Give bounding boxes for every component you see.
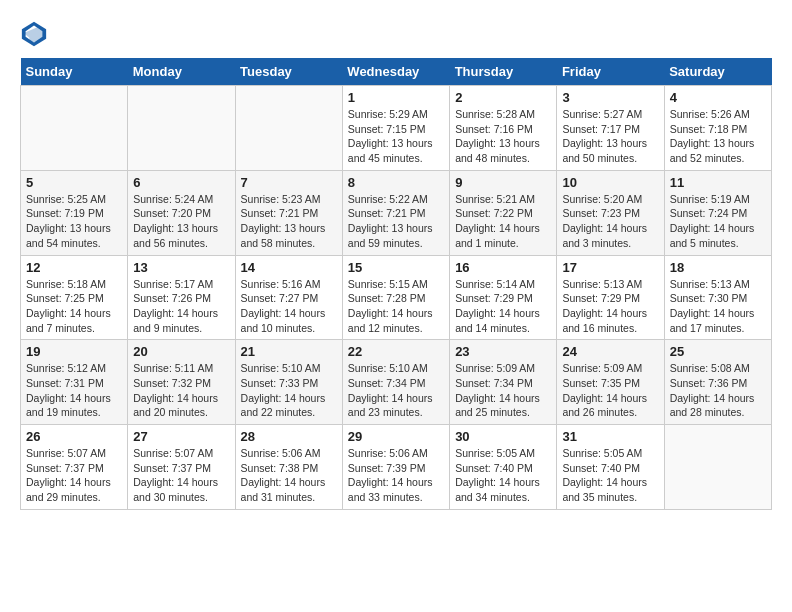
day-number: 8	[348, 175, 444, 190]
day-number: 16	[455, 260, 551, 275]
calendar-week-4: 19Sunrise: 5:12 AMSunset: 7:31 PMDayligh…	[21, 340, 772, 425]
calendar-cell: 20Sunrise: 5:11 AMSunset: 7:32 PMDayligh…	[128, 340, 235, 425]
calendar-cell: 28Sunrise: 5:06 AMSunset: 7:38 PMDayligh…	[235, 425, 342, 510]
calendar-cell: 18Sunrise: 5:13 AMSunset: 7:30 PMDayligh…	[664, 255, 771, 340]
calendar-cell: 24Sunrise: 5:09 AMSunset: 7:35 PMDayligh…	[557, 340, 664, 425]
day-info: Sunrise: 5:06 AMSunset: 7:38 PMDaylight:…	[241, 446, 337, 505]
day-number: 23	[455, 344, 551, 359]
page-header	[20, 20, 772, 48]
day-info: Sunrise: 5:13 AMSunset: 7:29 PMDaylight:…	[562, 277, 658, 336]
day-info: Sunrise: 5:25 AMSunset: 7:19 PMDaylight:…	[26, 192, 122, 251]
day-number: 7	[241, 175, 337, 190]
day-number: 24	[562, 344, 658, 359]
day-info: Sunrise: 5:21 AMSunset: 7:22 PMDaylight:…	[455, 192, 551, 251]
day-number: 17	[562, 260, 658, 275]
calendar-cell: 21Sunrise: 5:10 AMSunset: 7:33 PMDayligh…	[235, 340, 342, 425]
calendar-cell: 15Sunrise: 5:15 AMSunset: 7:28 PMDayligh…	[342, 255, 449, 340]
calendar-cell	[128, 86, 235, 171]
day-number: 20	[133, 344, 229, 359]
day-info: Sunrise: 5:16 AMSunset: 7:27 PMDaylight:…	[241, 277, 337, 336]
day-number: 31	[562, 429, 658, 444]
logo	[20, 20, 52, 48]
calendar-cell: 26Sunrise: 5:07 AMSunset: 7:37 PMDayligh…	[21, 425, 128, 510]
day-info: Sunrise: 5:06 AMSunset: 7:39 PMDaylight:…	[348, 446, 444, 505]
day-number: 3	[562, 90, 658, 105]
day-number: 27	[133, 429, 229, 444]
calendar-cell: 3Sunrise: 5:27 AMSunset: 7:17 PMDaylight…	[557, 86, 664, 171]
day-info: Sunrise: 5:07 AMSunset: 7:37 PMDaylight:…	[133, 446, 229, 505]
calendar-cell: 1Sunrise: 5:29 AMSunset: 7:15 PMDaylight…	[342, 86, 449, 171]
calendar-cell: 11Sunrise: 5:19 AMSunset: 7:24 PMDayligh…	[664, 170, 771, 255]
day-number: 10	[562, 175, 658, 190]
day-info: Sunrise: 5:17 AMSunset: 7:26 PMDaylight:…	[133, 277, 229, 336]
calendar-cell: 4Sunrise: 5:26 AMSunset: 7:18 PMDaylight…	[664, 86, 771, 171]
day-number: 5	[26, 175, 122, 190]
day-info: Sunrise: 5:05 AMSunset: 7:40 PMDaylight:…	[455, 446, 551, 505]
day-number: 4	[670, 90, 766, 105]
calendar-cell: 7Sunrise: 5:23 AMSunset: 7:21 PMDaylight…	[235, 170, 342, 255]
header-day-thursday: Thursday	[450, 58, 557, 86]
day-number: 25	[670, 344, 766, 359]
calendar-cell	[21, 86, 128, 171]
calendar-cell: 6Sunrise: 5:24 AMSunset: 7:20 PMDaylight…	[128, 170, 235, 255]
day-number: 26	[26, 429, 122, 444]
day-number: 28	[241, 429, 337, 444]
day-number: 30	[455, 429, 551, 444]
calendar-cell: 14Sunrise: 5:16 AMSunset: 7:27 PMDayligh…	[235, 255, 342, 340]
day-info: Sunrise: 5:10 AMSunset: 7:33 PMDaylight:…	[241, 361, 337, 420]
calendar-week-2: 5Sunrise: 5:25 AMSunset: 7:19 PMDaylight…	[21, 170, 772, 255]
calendar-cell: 31Sunrise: 5:05 AMSunset: 7:40 PMDayligh…	[557, 425, 664, 510]
day-info: Sunrise: 5:18 AMSunset: 7:25 PMDaylight:…	[26, 277, 122, 336]
day-info: Sunrise: 5:07 AMSunset: 7:37 PMDaylight:…	[26, 446, 122, 505]
calendar-cell: 29Sunrise: 5:06 AMSunset: 7:39 PMDayligh…	[342, 425, 449, 510]
calendar-cell: 8Sunrise: 5:22 AMSunset: 7:21 PMDaylight…	[342, 170, 449, 255]
day-number: 22	[348, 344, 444, 359]
header-day-monday: Monday	[128, 58, 235, 86]
day-info: Sunrise: 5:14 AMSunset: 7:29 PMDaylight:…	[455, 277, 551, 336]
day-info: Sunrise: 5:09 AMSunset: 7:35 PMDaylight:…	[562, 361, 658, 420]
day-number: 1	[348, 90, 444, 105]
day-number: 21	[241, 344, 337, 359]
day-number: 11	[670, 175, 766, 190]
day-info: Sunrise: 5:15 AMSunset: 7:28 PMDaylight:…	[348, 277, 444, 336]
calendar-cell: 9Sunrise: 5:21 AMSunset: 7:22 PMDaylight…	[450, 170, 557, 255]
header-day-tuesday: Tuesday	[235, 58, 342, 86]
day-number: 18	[670, 260, 766, 275]
day-number: 9	[455, 175, 551, 190]
calendar-cell: 16Sunrise: 5:14 AMSunset: 7:29 PMDayligh…	[450, 255, 557, 340]
day-info: Sunrise: 5:29 AMSunset: 7:15 PMDaylight:…	[348, 107, 444, 166]
calendar-cell: 2Sunrise: 5:28 AMSunset: 7:16 PMDaylight…	[450, 86, 557, 171]
day-number: 12	[26, 260, 122, 275]
calendar-cell	[664, 425, 771, 510]
calendar-week-3: 12Sunrise: 5:18 AMSunset: 7:25 PMDayligh…	[21, 255, 772, 340]
calendar-header-row: SundayMondayTuesdayWednesdayThursdayFrid…	[21, 58, 772, 86]
calendar-cell: 10Sunrise: 5:20 AMSunset: 7:23 PMDayligh…	[557, 170, 664, 255]
day-number: 2	[455, 90, 551, 105]
calendar-cell	[235, 86, 342, 171]
calendar-cell: 19Sunrise: 5:12 AMSunset: 7:31 PMDayligh…	[21, 340, 128, 425]
calendar-cell: 12Sunrise: 5:18 AMSunset: 7:25 PMDayligh…	[21, 255, 128, 340]
header-day-wednesday: Wednesday	[342, 58, 449, 86]
day-info: Sunrise: 5:08 AMSunset: 7:36 PMDaylight:…	[670, 361, 766, 420]
calendar-cell: 5Sunrise: 5:25 AMSunset: 7:19 PMDaylight…	[21, 170, 128, 255]
day-info: Sunrise: 5:09 AMSunset: 7:34 PMDaylight:…	[455, 361, 551, 420]
day-info: Sunrise: 5:26 AMSunset: 7:18 PMDaylight:…	[670, 107, 766, 166]
header-day-friday: Friday	[557, 58, 664, 86]
day-info: Sunrise: 5:10 AMSunset: 7:34 PMDaylight:…	[348, 361, 444, 420]
day-number: 19	[26, 344, 122, 359]
calendar-week-5: 26Sunrise: 5:07 AMSunset: 7:37 PMDayligh…	[21, 425, 772, 510]
day-number: 6	[133, 175, 229, 190]
day-info: Sunrise: 5:23 AMSunset: 7:21 PMDaylight:…	[241, 192, 337, 251]
day-info: Sunrise: 5:05 AMSunset: 7:40 PMDaylight:…	[562, 446, 658, 505]
calendar-cell: 27Sunrise: 5:07 AMSunset: 7:37 PMDayligh…	[128, 425, 235, 510]
day-info: Sunrise: 5:24 AMSunset: 7:20 PMDaylight:…	[133, 192, 229, 251]
day-info: Sunrise: 5:28 AMSunset: 7:16 PMDaylight:…	[455, 107, 551, 166]
day-info: Sunrise: 5:22 AMSunset: 7:21 PMDaylight:…	[348, 192, 444, 251]
day-number: 29	[348, 429, 444, 444]
day-info: Sunrise: 5:19 AMSunset: 7:24 PMDaylight:…	[670, 192, 766, 251]
day-number: 13	[133, 260, 229, 275]
day-info: Sunrise: 5:12 AMSunset: 7:31 PMDaylight:…	[26, 361, 122, 420]
day-number: 14	[241, 260, 337, 275]
logo-icon	[20, 20, 48, 48]
calendar-week-1: 1Sunrise: 5:29 AMSunset: 7:15 PMDaylight…	[21, 86, 772, 171]
